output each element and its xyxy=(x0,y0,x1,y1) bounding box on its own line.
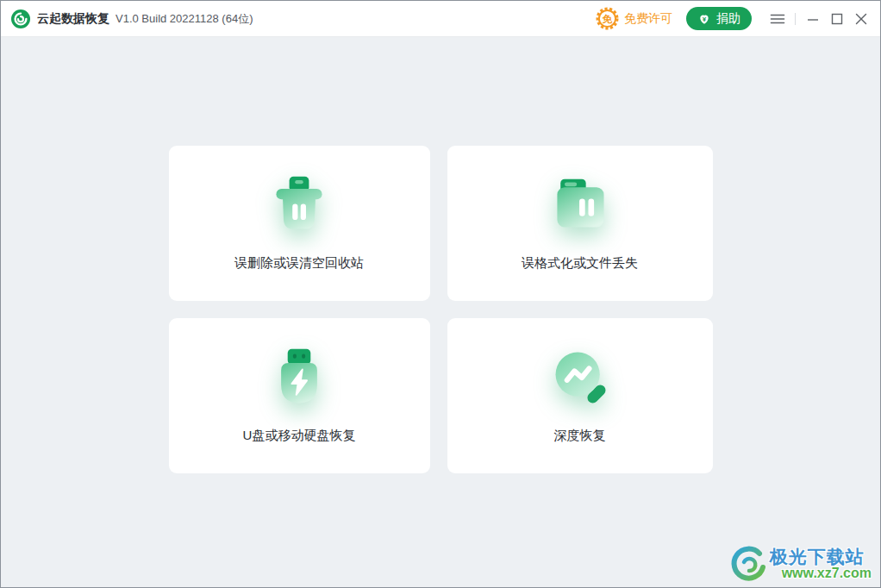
card-deleted-recycle-bin[interactable]: 误删除或误清空回收站 xyxy=(169,146,430,301)
license-seal-icon: 免 xyxy=(596,7,619,30)
close-icon xyxy=(849,7,873,31)
card-usb-external-drive[interactable]: U盘或移动硬盘恢复 xyxy=(169,318,430,473)
card-deep-recovery[interactable]: 深度恢复 xyxy=(447,318,713,473)
watermark-swirl-icon xyxy=(725,543,766,585)
watermark-site-url: www.xz7.com xyxy=(782,566,872,581)
hamburger-icon xyxy=(770,11,785,27)
watermark-site-name: 极光下载站 xyxy=(770,547,865,566)
card-label: 误格式化或文件丢失 xyxy=(522,255,638,272)
minimize-icon xyxy=(801,7,825,31)
free-license-label: 免费许可 xyxy=(624,11,672,27)
close-button[interactable] xyxy=(849,7,873,31)
app-logo-icon xyxy=(11,9,30,28)
title-bar: 云起数据恢复 V1.0 Build 20221128 (64位) 免 免费许可 … xyxy=(1,1,880,37)
svg-text:免: 免 xyxy=(602,14,613,24)
donate-label: 捐助 xyxy=(716,11,740,27)
folder-icon xyxy=(547,173,614,237)
trash-icon xyxy=(266,173,333,237)
card-label: 深度恢复 xyxy=(554,428,606,444)
deep-scan-magnifier-icon xyxy=(547,346,614,410)
site-watermark: 极光下载站 www.xz7.com xyxy=(725,543,872,585)
card-formatted-lost-files[interactable]: 误格式化或文件丢失 xyxy=(447,146,713,301)
app-version: V1.0 Build 20221128 (64位) xyxy=(116,11,253,27)
donate-heart-icon: ¥ xyxy=(697,12,711,25)
maximize-icon xyxy=(825,7,849,31)
maximize-button[interactable] xyxy=(825,7,849,31)
recovery-mode-grid: 误删除或误清空回收站 xyxy=(1,37,880,473)
donate-button[interactable]: ¥ 捐助 xyxy=(686,7,752,30)
free-license-button[interactable]: 免 免费许可 xyxy=(596,7,672,30)
card-label: 误删除或误清空回收站 xyxy=(234,255,364,272)
titlebar-separator xyxy=(795,13,796,25)
usb-drive-icon xyxy=(266,346,333,410)
app-title: 云起数据恢复 xyxy=(37,11,109,27)
card-label: U盘或移动硬盘恢复 xyxy=(243,428,356,444)
main-area: 误删除或误清空回收站 xyxy=(1,37,880,588)
svg-text:¥: ¥ xyxy=(703,16,707,23)
minimize-button[interactable] xyxy=(801,7,825,31)
app-window: 云起数据恢复 V1.0 Build 20221128 (64位) 免 免费许可 … xyxy=(0,0,881,588)
menu-button[interactable] xyxy=(765,7,790,31)
